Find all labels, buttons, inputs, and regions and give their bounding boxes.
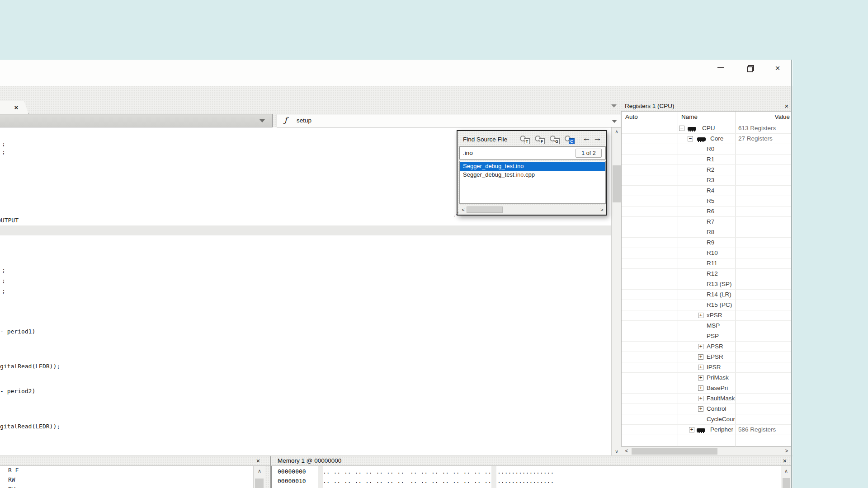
registers-close-icon[interactable]: ×: [783, 103, 790, 110]
register-row[interactable]: R1: [622, 155, 791, 165]
register-row[interactable]: + PriMask: [622, 373, 791, 383]
tab-list-dropdown-icon[interactable]: [611, 104, 617, 108]
bottom-left-panel[interactable]: R ERWRW: [0, 466, 253, 488]
scroll-up-icon[interactable]: ∧: [781, 467, 791, 475]
register-row[interactable]: MSP: [622, 321, 791, 331]
tree-expander-icon[interactable]: +: [698, 365, 703, 370]
forward-arrow-icon[interactable]: →: [593, 133, 602, 143]
scroll-left-icon[interactable]: <: [623, 447, 630, 456]
register-name: R9: [707, 239, 714, 246]
tree-expander-icon[interactable]: +: [698, 354, 703, 360]
registers-panel-header[interactable]: Registers 1 (CPU) ×: [621, 102, 791, 111]
code-fragment: ;: [2, 287, 5, 294]
tree-expander-icon[interactable]: −: [679, 126, 684, 131]
bottom-left-scrollbar[interactable]: ∧: [253, 466, 265, 488]
tree-expander-icon[interactable]: +: [698, 396, 703, 401]
tree-expander-icon[interactable]: +: [698, 406, 703, 412]
register-row[interactable]: + IPSR: [622, 362, 791, 373]
register-row[interactable]: − Core 27 Registers: [622, 134, 791, 144]
register-row[interactable]: + APSR: [622, 342, 791, 352]
register-row[interactable]: R9: [622, 238, 791, 248]
tab-close-icon[interactable]: ×: [12, 103, 21, 112]
register-row[interactable]: R2: [622, 165, 791, 175]
memory-hex-group1: .. .. .. .. .. .. .. ..: [323, 468, 404, 475]
function-combo[interactable]: ƒ setup: [277, 114, 621, 127]
register-row[interactable]: − CPU 613 Registers: [622, 123, 791, 134]
registers-hscrollbar-thumb[interactable]: [632, 448, 717, 455]
registers-hscrollbar[interactable]: < >: [621, 446, 791, 455]
register-row[interactable]: R12: [622, 269, 791, 279]
search-filter-f-icon[interactable]: F: [534, 135, 546, 145]
register-row[interactable]: R6: [622, 206, 791, 217]
memory-scrollbar-thumb[interactable]: [783, 478, 790, 488]
memory-address: 00000000: [278, 468, 306, 475]
tree-expander-icon[interactable]: +: [698, 344, 703, 349]
memory-panel-header[interactable]: Memory 1 @ 00000000 ×: [271, 456, 791, 465]
search-filter-t-icon[interactable]: T: [519, 135, 531, 145]
register-row[interactable]: R4: [622, 186, 791, 196]
scroll-right-icon[interactable]: >: [783, 447, 790, 456]
register-row[interactable]: + xPSR: [622, 310, 791, 321]
register-row[interactable]: + BasePri: [622, 383, 791, 394]
register-row[interactable]: R3: [622, 175, 791, 186]
editor-scrollbar-thumb[interactable]: [613, 165, 621, 202]
register-row[interactable]: + FaultMask: [622, 394, 791, 404]
find-source-file-dialog[interactable]: Find Source File T F G C ← → 1 of 2 Segg…: [457, 130, 607, 216]
register-row[interactable]: R15 (PC): [622, 300, 791, 310]
register-row[interactable]: R13 (SP): [622, 279, 791, 290]
scroll-left-icon[interactable]: <: [460, 206, 466, 214]
search-result-row[interactable]: Segger_debug_test.ino: [460, 162, 606, 171]
register-name: CPU: [702, 125, 715, 131]
tree-expander-icon[interactable]: −: [688, 136, 693, 141]
register-row[interactable]: R14 (LR): [622, 290, 791, 300]
restore-button[interactable]: [742, 62, 757, 73]
scroll-up-icon[interactable]: ∧: [612, 127, 622, 136]
register-row[interactable]: R10: [622, 248, 791, 258]
scroll-right-icon[interactable]: >: [599, 206, 605, 214]
tree-expander-icon[interactable]: +: [689, 427, 694, 432]
minimize-button[interactable]: [713, 62, 728, 73]
register-name: R13 (SP): [707, 281, 732, 287]
register-name: R5: [707, 197, 714, 204]
registers-panel[interactable]: Auto Name Value − CPU 613 Registers − Co…: [621, 111, 791, 446]
register-row[interactable]: R8: [622, 227, 791, 238]
function-combo-dropdown-icon[interactable]: [612, 120, 617, 123]
file-combo[interactable]: [0, 114, 273, 127]
dialog-hscrollbar-thumb[interactable]: [467, 206, 503, 213]
scroll-down-icon[interactable]: ∨: [612, 447, 622, 455]
close-button[interactable]: ×: [770, 62, 785, 73]
scroll-up-icon[interactable]: ∧: [255, 467, 264, 475]
memory-scrollbar[interactable]: ∧: [781, 466, 791, 488]
bottom-left-panel-header[interactable]: ×: [0, 456, 270, 465]
memory-row[interactable]: 00000000 .. .. .. .. .. .. .. .. .. .. .…: [272, 468, 781, 478]
bottom-left-scrollbar-thumb[interactable]: [255, 479, 264, 488]
tree-expander-icon[interactable]: +: [698, 375, 703, 380]
register-row[interactable]: PSP: [622, 331, 791, 342]
search-filter-g-icon[interactable]: G: [549, 135, 561, 145]
register-row[interactable]: CycleCour: [622, 414, 791, 425]
register-row[interactable]: R0: [622, 144, 791, 155]
back-arrow-icon[interactable]: ←: [582, 133, 591, 143]
dialog-hscrollbar[interactable]: < >: [460, 206, 605, 214]
restore-icon: [747, 65, 753, 71]
tree-expander-icon[interactable]: +: [698, 385, 703, 391]
search-filter-c-icon[interactable]: C: [564, 135, 576, 145]
bottom-left-close-icon[interactable]: ×: [255, 457, 262, 465]
file-combo-dropdown-icon[interactable]: [259, 119, 265, 122]
resize-grip-icon[interactable]: ⋰: [454, 211, 459, 217]
tree-expander-icon[interactable]: +: [698, 313, 703, 318]
window-border: [791, 60, 792, 488]
search-results-list[interactable]: Segger_debug_test.ino Segger_debug_test.…: [459, 161, 606, 204]
memory-close-icon[interactable]: ×: [781, 457, 788, 465]
register-row[interactable]: R11: [622, 258, 791, 269]
register-row[interactable]: + Peripher 586 Registers: [622, 425, 791, 435]
register-row[interactable]: R7: [622, 217, 791, 227]
editor-scrollbar[interactable]: ∧ ∨: [611, 127, 621, 455]
register-row[interactable]: + Control: [622, 404, 791, 414]
memory-row[interactable]: 00000010 .. .. .. .. .. .. .. .. .. .. .…: [272, 478, 781, 487]
memory-panel[interactable]: 00000000 .. .. .. .. .. .. .. .. .. .. .…: [271, 466, 781, 488]
search-result-row[interactable]: Segger_debug_test.ino.cpp: [460, 171, 606, 179]
register-row[interactable]: R5: [622, 196, 791, 206]
window-titlebar[interactable]: [0, 60, 793, 86]
register-row[interactable]: + EPSR: [622, 352, 791, 362]
